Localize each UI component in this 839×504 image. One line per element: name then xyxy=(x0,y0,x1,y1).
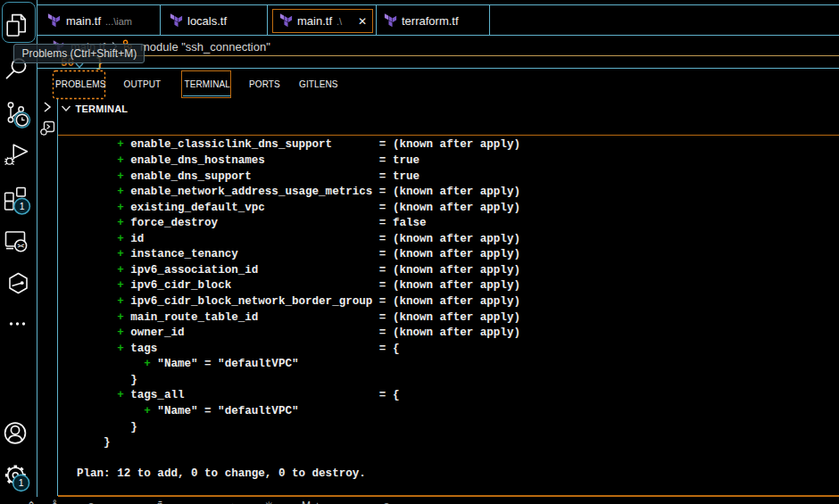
svg-text:1: 1 xyxy=(19,477,24,488)
svg-text:1: 1 xyxy=(20,201,25,211)
svg-text:><: >< xyxy=(17,243,24,249)
